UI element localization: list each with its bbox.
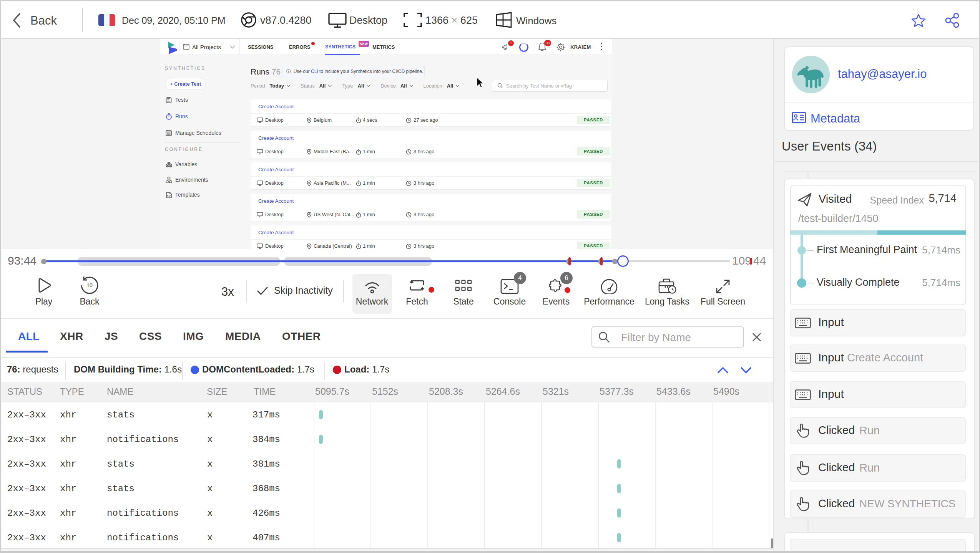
svg-text:10: 10 xyxy=(86,282,93,288)
